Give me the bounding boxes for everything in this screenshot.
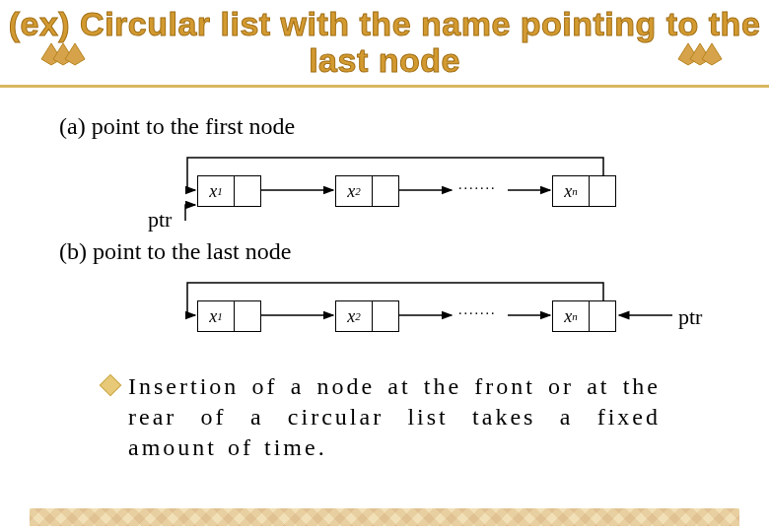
- note-text: Insertion of a node at the front or at t…: [128, 373, 661, 460]
- title-bar: (ex) Circular list with the name pointin…: [0, 0, 769, 88]
- slide: (ex) Circular list with the name pointin…: [0, 0, 769, 532]
- diagram-b: x1 x2 xn ······· ptr: [59, 271, 710, 360]
- section-b-label: (b) point to the last node: [59, 238, 710, 265]
- section-a-label: (a) point to the first node: [59, 113, 710, 140]
- note: Insertion of a node at the front or at t…: [128, 371, 661, 464]
- arrows-a: [59, 146, 710, 234]
- page-title: (ex) Circular list with the name pointin…: [0, 6, 769, 80]
- body: (a) point to the first node x1 x2 xn ···…: [0, 88, 769, 464]
- diamond-bullet-icon: [100, 374, 122, 397]
- arrows-b: [59, 271, 710, 360]
- diagram-a: x1 x2 xn ······· ptr: [59, 146, 710, 234]
- footer-pattern: [30, 508, 739, 526]
